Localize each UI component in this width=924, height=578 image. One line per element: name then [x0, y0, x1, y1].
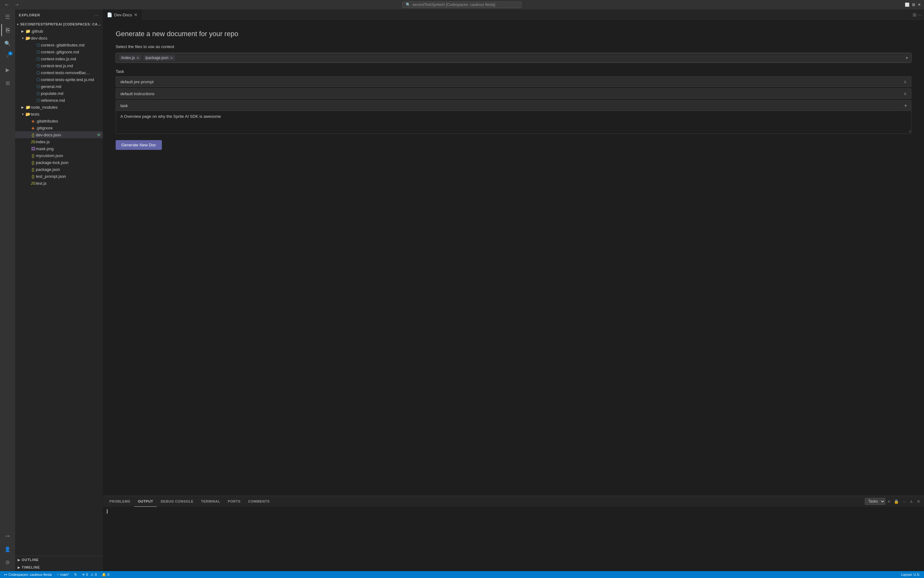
- tree-item-dev-docs-json[interactable]: ▶ {} dev-docs.json M: [15, 131, 103, 138]
- task-section: task ▾ A Overview page on why the Sprite…: [116, 100, 911, 134]
- github-arrow-icon: ▶: [20, 29, 25, 33]
- tab-bar: 📄 Dev-Docs ✕ ⊞ ···: [103, 10, 924, 20]
- tree-item-mycustom-json[interactable]: ▶ {} mycustom.json: [15, 152, 103, 159]
- tree-item-gitattributes[interactable]: ▶ ◈ .gitattributes: [15, 117, 103, 124]
- panel-tab-ports[interactable]: PORTS: [224, 496, 244, 507]
- tree-item-populate[interactable]: ▶ ⬡ populate.md: [15, 90, 103, 97]
- panel-tab-terminal[interactable]: TERMINAL: [197, 496, 224, 507]
- tree-item-index-js[interactable]: ▶ JS index.js: [15, 138, 103, 145]
- tree-item-context-gitattributes[interactable]: ▶ ⬡ context-.gitattributes.md: [15, 41, 103, 49]
- tree-label-general: general.md: [41, 84, 103, 89]
- tree-item-context-gitignore[interactable]: ▶ ⬡ context-.gitignore.md: [15, 49, 103, 55]
- tree-item-context-tests-remove[interactable]: ▶ ⬡ context-tests-removeBackground.test.…: [15, 69, 103, 76]
- tree-item-test-prompt[interactable]: ▶ {} test_prompt.json: [15, 173, 103, 180]
- remote-status-icon: ⊶: [4, 573, 7, 577]
- tree-item-context-index[interactable]: ▶ ⬡ context-index.js.md: [15, 55, 103, 62]
- activity-explorer[interactable]: ⎘: [1, 24, 14, 36]
- panel-collapse-button[interactable]: ∧: [909, 498, 914, 505]
- remote-status-label: Codespaces: cautious fiesta: [8, 573, 52, 576]
- tree-item-context-test[interactable]: ▶ ⬡ context-test.js.md: [15, 62, 103, 69]
- window-close[interactable]: ✕: [918, 3, 921, 7]
- selector-dropdown-icon[interactable]: ▾: [906, 55, 908, 60]
- remove-index-js-button[interactable]: ✕: [136, 56, 140, 60]
- activity-remote[interactable]: ⊶: [1, 529, 14, 542]
- json-icon: {}: [30, 167, 36, 172]
- sidebar-more-button[interactable]: ···: [94, 12, 99, 18]
- window-split[interactable]: ⊞: [912, 3, 915, 7]
- md-icon: ⬡: [35, 63, 41, 68]
- status-branch[interactable]: ⑂ main*: [55, 571, 70, 578]
- timeline-section-header[interactable]: ▶ TIMELINE: [15, 563, 103, 571]
- panel: PROBLEMS OUTPUT DEBUG CONSOLE TERMINAL P…: [103, 496, 924, 571]
- back-button[interactable]: ←: [3, 1, 11, 8]
- task-header[interactable]: task ▾: [116, 101, 911, 110]
- task-section-label: Task: [116, 69, 911, 74]
- tree-item-mask-png[interactable]: ▶ 🖼 mask.png: [15, 145, 103, 152]
- panel-tab-comments[interactable]: COMMENTS: [244, 496, 274, 507]
- activity-source-control[interactable]: ⑂ 1: [1, 50, 14, 63]
- status-layout[interactable]: Layout: U.S.: [900, 573, 921, 576]
- outline-section-header[interactable]: ▶ OUTLINE: [15, 556, 103, 563]
- activity-run[interactable]: ▶: [1, 63, 14, 76]
- activity-menu[interactable]: ☰: [1, 11, 14, 23]
- more-tabs-button[interactable]: ···: [918, 12, 921, 17]
- json-icon: {}: [30, 174, 36, 179]
- panel-more-button[interactable]: ···: [901, 498, 907, 505]
- pre-prompt-header[interactable]: default pre prompt ∧: [116, 77, 911, 87]
- json-icon: {}: [30, 160, 36, 165]
- status-right: Layout: U.S.: [900, 573, 921, 576]
- md-icon: ⬡: [35, 50, 41, 54]
- split-editor-button[interactable]: ⊞: [913, 12, 916, 17]
- tree-item-tests[interactable]: ▾ 📂 tests: [15, 110, 103, 117]
- panel-lock-icon[interactable]: 🔒: [893, 498, 900, 505]
- folder-open-icon: 📂: [25, 36, 31, 41]
- activity-settings[interactable]: ⚙: [1, 556, 14, 568]
- tree-item-github[interactable]: ▶ 📁 .github: [15, 28, 103, 34]
- layout-label: Layout: U.S.: [901, 573, 920, 576]
- tree-item-general[interactable]: ▶ ⬡ general.md: [15, 83, 103, 90]
- activity-search[interactable]: 🔍: [1, 37, 14, 50]
- tree-item-package-json[interactable]: ▶ {} package.json: [15, 166, 103, 173]
- branch-icon: ⑂: [57, 573, 59, 576]
- instructions-toggle-icon: ∧: [904, 91, 907, 96]
- sidebar: Explorer ··· ▾ SECONDTESTSPRITEAI [CODES…: [15, 10, 103, 571]
- status-notifications[interactable]: 🔔 0: [101, 571, 111, 578]
- remove-package-json-button[interactable]: ✕: [170, 56, 173, 60]
- modified-badge: M: [98, 133, 100, 136]
- panel-list-icon[interactable]: ≡: [887, 498, 891, 505]
- tab-dev-docs[interactable]: 📄 Dev-Docs ✕: [103, 10, 142, 20]
- tree-item-reference[interactable]: ▶ ⬡ reference.md: [15, 97, 103, 104]
- md-icon: ⬡: [35, 70, 41, 75]
- window-minimize[interactable]: ⬜: [905, 3, 909, 7]
- tree-item-test-js[interactable]: ▶ JS test.js: [15, 180, 103, 187]
- instructions-header[interactable]: default instructions ∧: [116, 89, 911, 99]
- tree-item-gitignore[interactable]: ▶ ◈ .gitignore: [15, 124, 103, 131]
- search-bar[interactable]: 🔍 secondTestSpriteAI [Codespaces: cautio…: [402, 2, 522, 8]
- terminal-cursor: [107, 509, 107, 514]
- tree-root[interactable]: ▾ SECONDTESTSPRITEAI [CODESPACES: CAUTIO…: [15, 21, 103, 28]
- task-header-label: task: [120, 103, 128, 108]
- panel-tab-problems[interactable]: PROBLEMS: [106, 496, 134, 507]
- status-remote[interactable]: ⊶ Codespaces: cautious fiesta: [3, 571, 53, 578]
- generate-button[interactable]: Generate New Doc: [116, 140, 162, 150]
- tree-item-context-tests-sprite[interactable]: ▶ ⬡ context-tests-sprite.test.js.md: [15, 76, 103, 83]
- git-icon: ◈: [30, 119, 36, 123]
- activity-account[interactable]: 👤: [1, 543, 14, 555]
- md-icon: ⬡: [35, 77, 41, 82]
- activity-extensions[interactable]: ⊞: [1, 77, 14, 89]
- task-textarea[interactable]: A Overview page on why the Sprite AI SDK…: [116, 110, 911, 133]
- forward-button[interactable]: →: [13, 1, 21, 8]
- tree-label-mask-png: mask.png: [36, 146, 103, 151]
- tree-label-index-js: index.js: [36, 140, 103, 144]
- tree-item-package-lock[interactable]: ▶ {} package-lock.json: [15, 159, 103, 166]
- tasks-select[interactable]: Tasks: [865, 498, 885, 505]
- status-sync[interactable]: ↻: [73, 571, 78, 578]
- tree-item-node-modules[interactable]: ▶ 📁 node_modules: [15, 104, 103, 110]
- file-selector[interactable]: /index.js ✕ /package.json ✕ ▾: [116, 53, 911, 63]
- panel-tab-debug-console[interactable]: DEBUG CONSOLE: [157, 496, 197, 507]
- tree-item-dev-docs[interactable]: ▾ 📂 dev-docs: [15, 34, 103, 41]
- panel-close-button[interactable]: ✕: [916, 498, 921, 505]
- panel-tab-output[interactable]: OUTPUT: [134, 496, 157, 507]
- tab-close-button[interactable]: ✕: [134, 13, 138, 17]
- status-errors[interactable]: ✕ 0 ⚠ 0: [81, 571, 98, 578]
